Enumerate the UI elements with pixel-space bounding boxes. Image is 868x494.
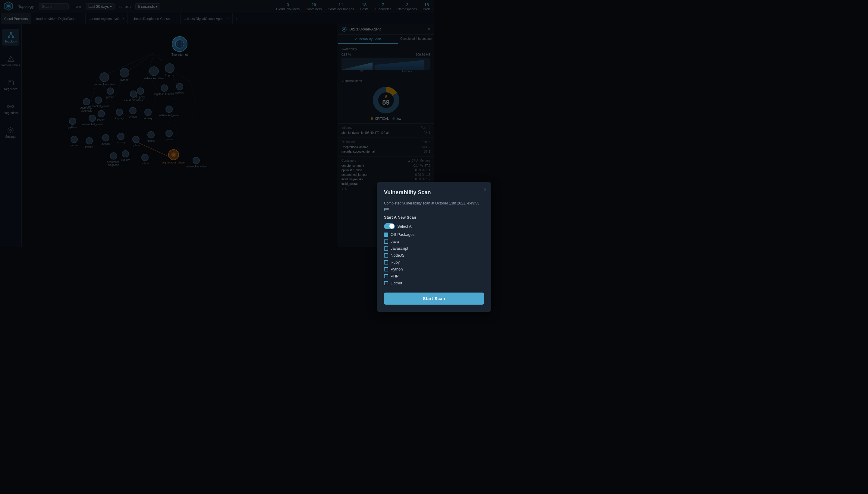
pkg-java-row: Java	[384, 239, 434, 244]
select-all-label: Select All	[397, 224, 413, 229]
pkg-java-label: Java	[391, 239, 399, 244]
pkg-os-packages-row: OS Packages	[384, 232, 434, 237]
vulnerability-scan-modal: Vulnerability Scan × Completed vulnerabi…	[377, 182, 434, 247]
modal-subtitle: Start A New Scan	[384, 215, 434, 220]
pkg-java-checkbox[interactable]	[384, 240, 388, 244]
pkg-javascript-checkbox[interactable]	[384, 246, 388, 247]
modal-title: Vulnerability Scan	[384, 189, 434, 196]
pkg-javascript-row: Javascript	[384, 246, 434, 247]
pkg-os-packages-label: OS Packages	[391, 232, 415, 237]
pkg-os-packages-checkbox[interactable]	[384, 232, 388, 237]
modal-overlay[interactable]: Vulnerability Scan × Completed vulnerabi…	[0, 0, 434, 247]
toggle-knob	[389, 224, 394, 229]
modal-description: Completed vulnerability scan at October …	[384, 201, 434, 211]
select-all-row: Select All	[384, 223, 434, 229]
select-all-toggle[interactable]	[384, 223, 395, 229]
pkg-javascript-label: Javascript	[391, 246, 408, 247]
